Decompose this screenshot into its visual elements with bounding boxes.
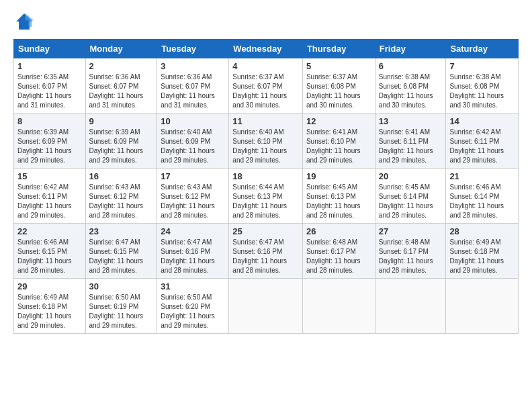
calendar-day-cell: 8 Sunrise: 6:39 AMSunset: 6:09 PMDayligh…: [14, 113, 86, 169]
day-number: 31: [161, 281, 225, 291]
calendar-header-cell: Friday: [375, 40, 446, 58]
logo: [13, 11, 38, 32]
day-detail: Sunrise: 6:40 AMSunset: 6:10 PMDaylight:…: [232, 128, 287, 164]
calendar-day-cell: 2 Sunrise: 6:36 AMSunset: 6:07 PMDayligh…: [85, 58, 157, 113]
day-number: 12: [306, 116, 371, 126]
day-detail: Sunrise: 6:48 AMSunset: 6:17 PMDaylight:…: [379, 238, 433, 274]
calendar-header-cell: Thursday: [302, 40, 375, 58]
calendar-body: 1 Sunrise: 6:35 AMSunset: 6:07 PMDayligh…: [14, 58, 519, 334]
day-detail: Sunrise: 6:40 AMSunset: 6:09 PMDaylight:…: [161, 128, 215, 164]
calendar-day-cell: [302, 279, 375, 334]
day-number: 26: [306, 226, 371, 236]
calendar-day-cell: [375, 279, 446, 334]
calendar-day-cell: 16 Sunrise: 6:43 AMSunset: 6:12 PMDaylig…: [85, 169, 157, 224]
page: SundayMondayTuesdayWednesdayThursdayFrid…: [0, 0, 532, 345]
calendar-day-cell: 22 Sunrise: 6:46 AMSunset: 6:15 PMDaylig…: [14, 224, 86, 279]
day-number: 4: [232, 61, 299, 71]
calendar-day-cell: 19 Sunrise: 6:45 AMSunset: 6:13 PMDaylig…: [302, 169, 375, 224]
day-number: 3: [161, 61, 225, 71]
day-number: 28: [449, 226, 515, 236]
calendar-day-cell: 25 Sunrise: 6:47 AMSunset: 6:16 PMDaylig…: [229, 224, 303, 279]
day-detail: Sunrise: 6:50 AMSunset: 6:19 PMDaylight:…: [89, 293, 144, 329]
day-number: 6: [379, 61, 443, 71]
day-detail: Sunrise: 6:46 AMSunset: 6:15 PMDaylight:…: [17, 238, 72, 274]
calendar-day-cell: 29 Sunrise: 6:49 AMSunset: 6:18 PMDaylig…: [14, 279, 86, 334]
day-detail: Sunrise: 6:48 AMSunset: 6:17 PMDaylight:…: [306, 238, 361, 274]
day-detail: Sunrise: 6:37 AMSunset: 6:08 PMDaylight:…: [306, 73, 361, 109]
calendar-header-cell: Tuesday: [157, 40, 229, 58]
day-number: 8: [17, 116, 82, 126]
calendar-day-cell: 24 Sunrise: 6:47 AMSunset: 6:16 PMDaylig…: [157, 224, 229, 279]
calendar-day-cell: 11 Sunrise: 6:40 AMSunset: 6:10 PMDaylig…: [229, 113, 303, 169]
day-number: 22: [17, 226, 82, 236]
calendar-day-cell: [229, 279, 303, 334]
header: [13, 11, 519, 32]
day-detail: Sunrise: 6:44 AMSunset: 6:13 PMDaylight:…: [232, 183, 287, 219]
calendar-week-row: 29 Sunrise: 6:49 AMSunset: 6:18 PMDaylig…: [14, 279, 519, 334]
calendar-header-cell: Saturday: [446, 40, 519, 58]
day-number: 13: [379, 116, 443, 126]
calendar-header-cell: Sunday: [14, 40, 86, 58]
calendar-day-cell: 30 Sunrise: 6:50 AMSunset: 6:19 PMDaylig…: [85, 279, 157, 334]
day-detail: Sunrise: 6:46 AMSunset: 6:14 PMDaylight:…: [449, 183, 504, 219]
day-number: 16: [89, 171, 154, 181]
day-detail: Sunrise: 6:47 AMSunset: 6:16 PMDaylight:…: [232, 238, 287, 274]
calendar-day-cell: 17 Sunrise: 6:43 AMSunset: 6:12 PMDaylig…: [157, 169, 229, 224]
day-number: 30: [89, 281, 154, 291]
day-number: 21: [449, 171, 515, 181]
calendar-day-cell: 27 Sunrise: 6:48 AMSunset: 6:17 PMDaylig…: [375, 224, 446, 279]
day-number: 27: [379, 226, 443, 236]
day-number: 11: [232, 116, 299, 126]
day-detail: Sunrise: 6:41 AMSunset: 6:10 PMDaylight:…: [306, 128, 361, 164]
calendar-day-cell: 18 Sunrise: 6:44 AMSunset: 6:13 PMDaylig…: [229, 169, 303, 224]
day-detail: Sunrise: 6:43 AMSunset: 6:12 PMDaylight:…: [161, 183, 215, 219]
day-detail: Sunrise: 6:42 AMSunset: 6:11 PMDaylight:…: [449, 128, 504, 164]
day-detail: Sunrise: 6:41 AMSunset: 6:11 PMDaylight:…: [379, 128, 433, 164]
day-detail: Sunrise: 6:39 AMSunset: 6:09 PMDaylight:…: [89, 128, 144, 164]
day-detail: Sunrise: 6:42 AMSunset: 6:11 PMDaylight:…: [17, 183, 72, 219]
calendar-header-cell: Wednesday: [229, 40, 303, 58]
day-detail: Sunrise: 6:38 AMSunset: 6:08 PMDaylight:…: [449, 73, 504, 109]
day-number: 2: [89, 61, 154, 71]
day-detail: Sunrise: 6:49 AMSunset: 6:18 PMDaylight:…: [17, 293, 72, 329]
day-number: 17: [161, 171, 225, 181]
calendar-day-cell: 21 Sunrise: 6:46 AMSunset: 6:14 PMDaylig…: [446, 169, 519, 224]
calendar-day-cell: 4 Sunrise: 6:37 AMSunset: 6:07 PMDayligh…: [229, 58, 303, 113]
calendar-day-cell: 14 Sunrise: 6:42 AMSunset: 6:11 PMDaylig…: [446, 113, 519, 169]
day-detail: Sunrise: 6:50 AMSunset: 6:20 PMDaylight:…: [161, 293, 215, 329]
day-number: 5: [306, 61, 371, 71]
calendar-day-cell: 13 Sunrise: 6:41 AMSunset: 6:11 PMDaylig…: [375, 113, 446, 169]
calendar-day-cell: 10 Sunrise: 6:40 AMSunset: 6:09 PMDaylig…: [157, 113, 229, 169]
day-number: 19: [306, 171, 371, 181]
calendar-day-cell: 5 Sunrise: 6:37 AMSunset: 6:08 PMDayligh…: [302, 58, 375, 113]
day-number: 24: [161, 226, 225, 236]
calendar-week-row: 8 Sunrise: 6:39 AMSunset: 6:09 PMDayligh…: [14, 113, 519, 169]
calendar-day-cell: 9 Sunrise: 6:39 AMSunset: 6:09 PMDayligh…: [85, 113, 157, 169]
day-number: 14: [449, 116, 515, 126]
calendar-week-row: 22 Sunrise: 6:46 AMSunset: 6:15 PMDaylig…: [14, 224, 519, 279]
calendar-week-row: 1 Sunrise: 6:35 AMSunset: 6:07 PMDayligh…: [14, 58, 519, 113]
calendar-day-cell: 6 Sunrise: 6:38 AMSunset: 6:08 PMDayligh…: [375, 58, 446, 113]
day-number: 20: [379, 171, 443, 181]
day-detail: Sunrise: 6:45 AMSunset: 6:14 PMDaylight:…: [379, 183, 433, 219]
calendar-week-row: 15 Sunrise: 6:42 AMSunset: 6:11 PMDaylig…: [14, 169, 519, 224]
calendar-table: SundayMondayTuesdayWednesdayThursdayFrid…: [13, 39, 519, 334]
day-number: 25: [232, 226, 299, 236]
day-number: 10: [161, 116, 225, 126]
day-detail: Sunrise: 6:38 AMSunset: 6:08 PMDaylight:…: [379, 73, 433, 109]
calendar-day-cell: [446, 279, 519, 334]
day-detail: Sunrise: 6:45 AMSunset: 6:13 PMDaylight:…: [306, 183, 361, 219]
day-number: 29: [17, 281, 82, 291]
calendar-header-cell: Monday: [85, 40, 157, 58]
day-detail: Sunrise: 6:47 AMSunset: 6:16 PMDaylight:…: [161, 238, 215, 274]
day-number: 18: [232, 171, 299, 181]
day-detail: Sunrise: 6:49 AMSunset: 6:18 PMDaylight:…: [449, 238, 504, 274]
day-detail: Sunrise: 6:39 AMSunset: 6:09 PMDaylight:…: [17, 128, 72, 164]
calendar-day-cell: 7 Sunrise: 6:38 AMSunset: 6:08 PMDayligh…: [446, 58, 519, 113]
day-number: 23: [89, 226, 154, 236]
calendar-day-cell: 12 Sunrise: 6:41 AMSunset: 6:10 PMDaylig…: [302, 113, 375, 169]
logo-icon: [13, 11, 35, 32]
day-detail: Sunrise: 6:35 AMSunset: 6:07 PMDaylight:…: [17, 73, 72, 109]
day-number: 1: [17, 61, 82, 71]
calendar-day-cell: 3 Sunrise: 6:36 AMSunset: 6:07 PMDayligh…: [157, 58, 229, 113]
